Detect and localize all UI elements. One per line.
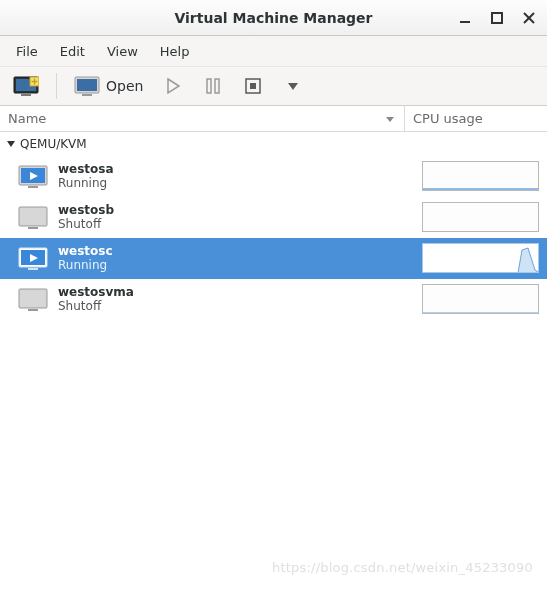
vm-state-icon xyxy=(18,206,48,228)
window-controls xyxy=(455,8,539,28)
vm-text: westosa Running xyxy=(58,162,398,190)
vm-name: westosvma xyxy=(58,285,398,299)
svg-rect-6 xyxy=(21,94,31,96)
title-bar: Virtual Machine Manager xyxy=(0,0,547,36)
toolbar-separator xyxy=(56,73,57,99)
svg-rect-31 xyxy=(28,268,38,270)
maximize-button[interactable] xyxy=(487,8,507,28)
column-headers: Name CPU usage xyxy=(0,106,547,132)
menu-edit[interactable]: Edit xyxy=(50,40,95,63)
shutdown-menu-button[interactable] xyxy=(276,71,310,101)
close-button[interactable] xyxy=(519,8,539,28)
column-name[interactable]: Name xyxy=(0,106,405,131)
new-vm-icon xyxy=(13,76,39,96)
svg-rect-11 xyxy=(77,79,97,91)
cpu-usage-graph xyxy=(422,202,539,232)
vm-list[interactable]: QEMU/KVM westosa Running westosb Shutoff xyxy=(0,132,547,589)
vm-state-icon xyxy=(18,247,48,269)
hypervisor-row[interactable]: QEMU/KVM xyxy=(0,132,547,156)
column-cpu-label: CPU usage xyxy=(413,111,483,126)
vm-text: westosc Running xyxy=(58,244,398,272)
stop-icon xyxy=(244,77,262,95)
svg-rect-26 xyxy=(21,209,45,224)
close-icon xyxy=(522,11,536,25)
cpu-usage-graph xyxy=(422,243,539,273)
pause-icon xyxy=(204,77,222,95)
open-label: Open xyxy=(106,78,143,94)
cpu-usage-graph xyxy=(422,161,539,191)
cpu-usage-graph xyxy=(422,284,539,314)
svg-marker-20 xyxy=(7,141,15,147)
sort-desc-icon xyxy=(384,113,396,125)
menu-help[interactable]: Help xyxy=(150,40,200,63)
svg-rect-1 xyxy=(492,13,502,23)
vm-name: westosb xyxy=(58,203,398,217)
chevron-down-icon xyxy=(286,79,300,93)
monitor-icon xyxy=(74,76,100,96)
vm-status: Running xyxy=(58,176,398,190)
vm-row[interactable]: westosc Running xyxy=(0,238,547,279)
svg-marker-18 xyxy=(288,83,298,90)
vm-text: westosvma Shutoff xyxy=(58,285,398,313)
menu-view[interactable]: View xyxy=(97,40,148,63)
vm-state-icon xyxy=(18,288,48,310)
svg-rect-34 xyxy=(28,309,38,311)
minimize-button[interactable] xyxy=(455,8,475,28)
svg-rect-12 xyxy=(82,94,92,96)
svg-rect-24 xyxy=(28,186,38,188)
vm-name: westosa xyxy=(58,162,398,176)
toolbar: Open xyxy=(0,66,547,106)
svg-rect-17 xyxy=(250,83,256,89)
vm-row[interactable]: westosa Running xyxy=(0,156,547,197)
vm-row[interactable]: westosb Shutoff xyxy=(0,197,547,238)
open-button[interactable]: Open xyxy=(67,71,150,101)
play-icon xyxy=(164,77,182,95)
svg-rect-15 xyxy=(215,79,219,93)
vm-name: westosc xyxy=(58,244,398,258)
svg-marker-13 xyxy=(168,79,179,93)
svg-rect-27 xyxy=(28,227,38,229)
vm-status: Running xyxy=(58,258,398,272)
minimize-icon xyxy=(458,11,472,25)
shutdown-button[interactable] xyxy=(236,71,270,101)
maximize-icon xyxy=(490,11,504,25)
vm-text: westosb Shutoff xyxy=(58,203,398,231)
column-name-label: Name xyxy=(8,111,46,126)
svg-marker-19 xyxy=(386,117,394,122)
svg-rect-14 xyxy=(207,79,211,93)
vm-status: Shutoff xyxy=(58,299,398,313)
expander-icon xyxy=(6,139,16,149)
vm-status: Shutoff xyxy=(58,217,398,231)
vm-row[interactable]: westosvma Shutoff xyxy=(0,279,547,320)
column-cpu[interactable]: CPU usage xyxy=(405,106,547,131)
svg-rect-33 xyxy=(21,291,45,306)
new-vm-button[interactable] xyxy=(6,71,46,101)
vm-state-icon xyxy=(18,165,48,187)
pause-button[interactable] xyxy=(196,71,230,101)
menu-bar: File Edit View Help xyxy=(0,36,547,66)
menu-file[interactable]: File xyxy=(6,40,48,63)
hypervisor-label: QEMU/KVM xyxy=(20,137,87,151)
run-button[interactable] xyxy=(156,71,190,101)
